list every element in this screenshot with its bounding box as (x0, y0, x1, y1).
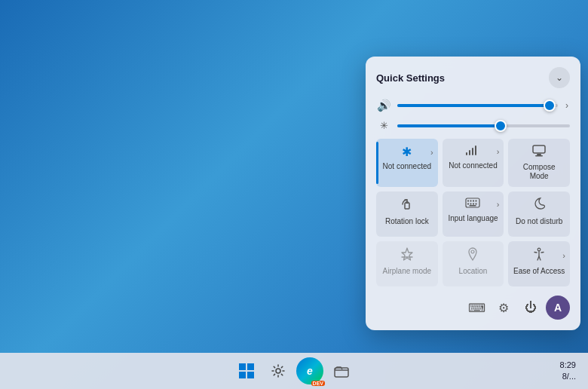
svg-point-19 (471, 250, 474, 253)
brightness-slider[interactable] (397, 124, 570, 127)
clock-display[interactable]: 8:29 8/... (556, 360, 580, 383)
svg-rect-10 (467, 201, 469, 202)
bluetooth-arrow-icon[interactable]: › (430, 148, 433, 157)
edge-taskbar-button[interactable]: e DEV (296, 357, 323, 384)
start-button[interactable] (233, 357, 260, 384)
volume-arrow[interactable]: › (564, 99, 570, 112)
volume-slider-row: 🔊 › (376, 99, 570, 112)
wifi-tile-top: › (447, 145, 500, 158)
active-indicator (376, 142, 378, 184)
chevron-down-icon: ⌄ (556, 72, 563, 83)
svg-rect-2 (472, 148, 473, 155)
brightness-slider-row: ✳ (376, 120, 570, 131)
airplane-icon (400, 247, 414, 264)
rotation-icon (400, 198, 414, 214)
rotation-lock-label: Rotation lock (385, 217, 429, 226)
svg-rect-15 (470, 204, 472, 205)
ease-of-access-label: Ease of Access (513, 267, 565, 276)
keyboard-bottom-icon[interactable]: ⌨ (464, 296, 488, 320)
quick-settings-bottom: ⌨ ⚙ ⏻ A (376, 296, 570, 320)
input-tile-top: › (447, 198, 500, 211)
svg-rect-0 (466, 152, 467, 155)
wifi-label: Not connected (449, 161, 498, 170)
collapse-button[interactable]: ⌄ (549, 67, 570, 88)
airplane-mode-label: Airplane mode (383, 267, 431, 276)
svg-rect-21 (239, 363, 246, 370)
files-taskbar-button[interactable] (328, 357, 355, 384)
compose-mode-label: Compose Mode (513, 163, 565, 181)
taskbar: e DEV 8:29 8/... (0, 353, 588, 389)
svg-rect-23 (239, 372, 246, 378)
svg-rect-1 (469, 150, 470, 155)
ease-of-access-tile[interactable]: › Ease of Access (508, 241, 570, 286)
svg-rect-6 (535, 155, 543, 157)
dnd-tile-top (513, 198, 565, 214)
svg-rect-16 (473, 204, 474, 205)
account-avatar: A (554, 302, 562, 314)
svg-rect-5 (537, 154, 541, 155)
do-not-disturb-tile[interactable]: Do not disturb (508, 191, 570, 237)
bluetooth-label: Not connected (383, 162, 432, 171)
volume-icon: 🔊 (376, 99, 391, 112)
svg-point-20 (537, 248, 541, 251)
svg-rect-7 (405, 203, 409, 209)
svg-rect-13 (476, 201, 477, 202)
taskbar-right-area: 8:29 8/... (556, 353, 580, 389)
bluetooth-tile-top: ✱ › (381, 145, 433, 159)
ease-tile-top: › (513, 247, 565, 264)
power-bottom-icon[interactable]: ⏻ (519, 296, 543, 320)
bluetooth-tile[interactable]: ✱ › Not connected (376, 139, 438, 187)
quick-settings-grid: ✱ › Not connected › Not connected (376, 139, 570, 286)
bluetooth-icon: ✱ (402, 145, 412, 159)
ease-arrow-icon[interactable]: › (562, 251, 565, 260)
svg-rect-12 (473, 201, 474, 202)
quick-settings-header: Quick Settings ⌄ (376, 67, 570, 88)
accessibility-icon (532, 247, 546, 264)
svg-rect-4 (533, 145, 545, 153)
dev-badge: DEV (311, 381, 325, 386)
svg-rect-11 (470, 201, 472, 202)
airplane-mode-tile[interactable]: Airplane mode (376, 241, 438, 286)
brightness-icon: ✳ (376, 120, 391, 131)
input-language-label: Input language (448, 214, 498, 223)
account-bottom-icon[interactable]: A (546, 296, 570, 320)
svg-point-25 (276, 369, 280, 373)
taskbar-center-icons: e DEV (8, 357, 580, 384)
compose-mode-tile[interactable]: Compose Mode (508, 139, 570, 187)
do-not-disturb-label: Do not disturb (516, 217, 562, 226)
wifi-arrow-icon[interactable]: › (497, 147, 500, 156)
location-tile-top (447, 247, 500, 264)
wifi-icon (466, 145, 479, 158)
keyboard-icon (465, 198, 480, 211)
svg-rect-18 (470, 205, 476, 207)
location-icon (467, 247, 478, 264)
compose-icon (532, 145, 546, 160)
wifi-tile[interactable]: › Not connected (443, 139, 504, 187)
date-text: 8/... (560, 371, 576, 382)
rotation-lock-tile[interactable]: Rotation lock (376, 191, 438, 237)
input-arrow-icon[interactable]: › (497, 200, 500, 209)
compose-tile-top (513, 145, 565, 160)
location-tile[interactable]: Location (443, 241, 504, 286)
svg-rect-22 (247, 363, 254, 370)
input-language-tile[interactable]: › Input language (443, 191, 504, 237)
svg-rect-17 (476, 204, 477, 205)
rotation-tile-top (381, 198, 433, 214)
settings-taskbar-button[interactable] (265, 357, 292, 384)
svg-rect-14 (467, 204, 469, 205)
quick-settings-panel: Quick Settings ⌄ 🔊 › ✳ ✱ › (366, 57, 580, 330)
svg-rect-3 (475, 145, 476, 155)
location-label: Location (459, 267, 488, 276)
settings-bottom-icon[interactable]: ⚙ (492, 296, 516, 320)
svg-rect-26 (335, 368, 348, 377)
gear-icon: ⚙ (498, 301, 509, 315)
moon-icon (533, 198, 545, 214)
edge-icon: e (307, 365, 313, 377)
volume-slider[interactable] (397, 104, 558, 107)
svg-rect-24 (247, 372, 254, 378)
power-icon: ⏻ (525, 301, 537, 314)
keyboard-icon-symbol: ⌨ (468, 301, 485, 315)
quick-settings-title: Quick Settings (376, 72, 445, 84)
airplane-tile-top (381, 247, 433, 264)
time-text: 8:29 (560, 360, 576, 371)
